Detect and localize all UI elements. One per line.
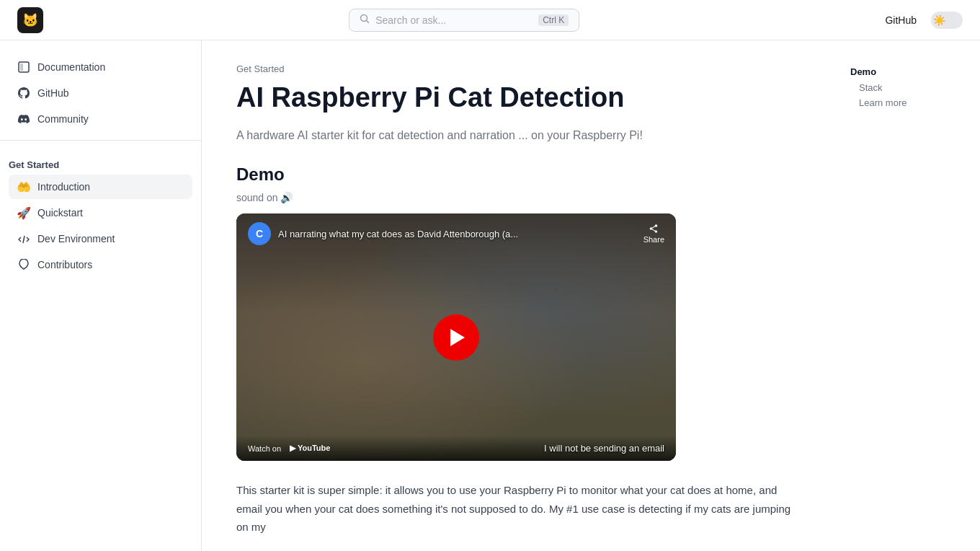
demo-section-heading: Demo bbox=[236, 164, 801, 185]
svg-line-6 bbox=[23, 236, 24, 243]
sidebar-item-introduction[interactable]: 🤲 Introduction bbox=[9, 175, 192, 199]
cat-logo-icon: 🐱 bbox=[17, 7, 43, 33]
video-channel-avatar: C bbox=[248, 222, 271, 245]
breadcrumb: Get Started bbox=[236, 63, 801, 74]
video-title-text: AI narrating what my cat does as David A… bbox=[278, 229, 636, 239]
sidebar-item-contributors[interactable]: Contributors bbox=[9, 252, 192, 277]
github-nav-link[interactable]: GitHub bbox=[885, 14, 917, 26]
video-caption-text: I will not be sending an email bbox=[544, 443, 664, 454]
sidebar-nav-section: 🤲 Introduction 🚀 Quickstart Dev Environm… bbox=[0, 175, 201, 277]
search-shortcut-badge: Ctrl K bbox=[538, 14, 569, 26]
sidebar-dev-env-label: Dev Environment bbox=[37, 233, 115, 244]
sidebar-github-label: GitHub bbox=[37, 87, 69, 99]
youtube-logo: ▶ YouTube bbox=[290, 444, 330, 453]
video-play-button[interactable] bbox=[433, 314, 479, 361]
sidebar-item-community[interactable]: Community bbox=[9, 107, 192, 131]
svg-rect-5 bbox=[20, 63, 23, 71]
search-placeholder-text: Search or ask... bbox=[375, 14, 533, 26]
logo[interactable]: 🐱 bbox=[17, 7, 43, 33]
topnav-right: GitHub bbox=[885, 12, 963, 29]
svg-line-3 bbox=[367, 20, 369, 22]
toc-item-stack[interactable]: Stack bbox=[850, 80, 966, 95]
dev-environment-icon bbox=[17, 232, 30, 245]
svg-text:🐱: 🐱 bbox=[22, 12, 39, 28]
search-icon bbox=[360, 14, 370, 27]
body-text: This starter kit is super simple: it all… bbox=[236, 481, 801, 537]
sidebar-item-dev-environment[interactable]: Dev Environment bbox=[9, 226, 192, 251]
sidebar-item-documentation[interactable]: Documentation bbox=[9, 55, 192, 79]
watch-on-label: Watch on bbox=[248, 444, 281, 453]
top-navigation: 🐱 Search or ask... Ctrl K GitHub bbox=[0, 0, 980, 40]
main-content-area: Get Started AI Raspberry Pi Cat Detectio… bbox=[202, 40, 836, 551]
sidebar-top-section: Documentation GitHub Community bbox=[0, 55, 201, 131]
documentation-icon bbox=[17, 61, 30, 74]
video-share-button[interactable]: Share bbox=[643, 224, 664, 244]
video-top-bar: C AI narrating what my cat does as David… bbox=[236, 213, 676, 254]
sidebar-item-quickstart[interactable]: 🚀 Quickstart bbox=[9, 200, 192, 225]
discord-icon bbox=[17, 113, 30, 125]
sound-notice: sound on 🔊 bbox=[236, 192, 801, 203]
sidebar-introduction-label: Introduction bbox=[37, 181, 90, 193]
search-bar[interactable]: Search or ask... Ctrl K bbox=[349, 9, 579, 32]
sidebar-documentation-label: Documentation bbox=[37, 61, 105, 73]
video-container[interactable]: C AI narrating what my cat does as David… bbox=[236, 213, 676, 461]
sidebar-community-label: Community bbox=[37, 113, 89, 125]
page-title: AI Raspberry Pi Cat Detection bbox=[236, 81, 801, 115]
sidebar: Documentation GitHub Community bbox=[0, 40, 202, 551]
quickstart-icon: 🚀 bbox=[17, 206, 30, 219]
sidebar-divider bbox=[0, 140, 201, 141]
toc-item-learn-more[interactable]: Learn more bbox=[850, 95, 966, 110]
main-layout: Documentation GitHub Community bbox=[0, 40, 980, 551]
toc-item-demo[interactable]: Demo bbox=[850, 63, 966, 80]
video-thumbnail: C AI narrating what my cat does as David… bbox=[236, 213, 676, 461]
sidebar-item-github[interactable]: GitHub bbox=[9, 81, 192, 105]
sidebar-contributors-label: Contributors bbox=[37, 259, 92, 270]
sidebar-quickstart-label: Quickstart bbox=[37, 207, 83, 219]
contributors-icon bbox=[17, 258, 30, 271]
video-bottom-bar: Watch on ▶ YouTube I will not be sending… bbox=[236, 436, 676, 461]
get-started-group-label: Get Started bbox=[0, 149, 201, 175]
page-subtitle: A hardware AI starter kit for cat detect… bbox=[236, 126, 801, 145]
share-label: Share bbox=[643, 235, 664, 244]
theme-toggle-button[interactable] bbox=[931, 12, 963, 29]
github-icon bbox=[17, 87, 30, 100]
toc-sidebar: Demo Stack Learn more bbox=[836, 40, 980, 551]
introduction-icon: 🤲 bbox=[17, 180, 30, 193]
